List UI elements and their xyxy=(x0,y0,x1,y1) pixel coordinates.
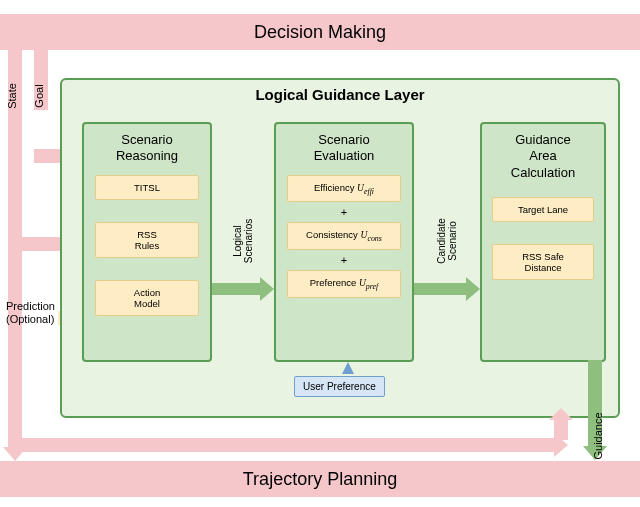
candidate-scenario-label: Candidate Scenario xyxy=(436,208,458,274)
logical-scenarios-label: Logical Scenarios xyxy=(232,210,254,272)
state-label: State xyxy=(6,83,18,109)
scenario-evaluation-title: Scenario Evaluation xyxy=(314,132,375,165)
decision-making-layer: Decision Making xyxy=(0,14,640,50)
user-preference-box: User Preference xyxy=(294,376,385,397)
rss-safe-distance-item: RSS Safe Distance xyxy=(492,244,593,280)
lgl-title: Logical Guidance Layer xyxy=(62,78,618,103)
preference-item: Preference Upref xyxy=(287,270,401,298)
arrow-logical-scenarios xyxy=(212,282,274,296)
user-pref-arrow xyxy=(342,362,354,374)
prediction-label: Prediction (Optional) xyxy=(6,300,55,326)
scenario-evaluation-module: Scenario Evaluation Efficiency Ueffi + C… xyxy=(274,122,414,362)
goal-label: Goal xyxy=(33,84,45,107)
trajectory-planning-label: Trajectory Planning xyxy=(243,469,397,490)
scenario-reasoning-title: Scenario Reasoning xyxy=(116,132,178,165)
pink-feedback-up xyxy=(554,418,568,440)
trajectory-planning-layer: Trajectory Planning xyxy=(0,461,640,497)
plus-1: + xyxy=(341,206,347,218)
action-model-item: Action Model xyxy=(95,280,200,316)
logical-guidance-layer-box: Logical Guidance Layer Scenario Reasonin… xyxy=(60,78,620,418)
guidance-label: Guidance xyxy=(592,412,604,459)
guidance-area-calc-module: Guidance Area Calculation Target Lane RS… xyxy=(480,122,606,362)
pink-feedback-uphead xyxy=(549,408,573,420)
rss-rules-item: RSS Rules xyxy=(95,222,200,258)
arrow-candidate-scenario xyxy=(414,282,480,296)
pink-feedback-arrow xyxy=(8,433,568,457)
decision-making-label: Decision Making xyxy=(254,22,386,43)
consistency-item: Consistency Ucons xyxy=(287,222,401,250)
scenario-reasoning-module: Scenario Reasoning TITSL RSS Rules Actio… xyxy=(82,122,212,362)
titsl-item: TITSL xyxy=(95,175,200,200)
plus-2: + xyxy=(341,254,347,266)
guidance-area-calc-title: Guidance Area Calculation xyxy=(511,132,575,181)
efficiency-item: Efficiency Ueffi xyxy=(287,175,401,203)
target-lane-item: Target Lane xyxy=(492,197,593,222)
